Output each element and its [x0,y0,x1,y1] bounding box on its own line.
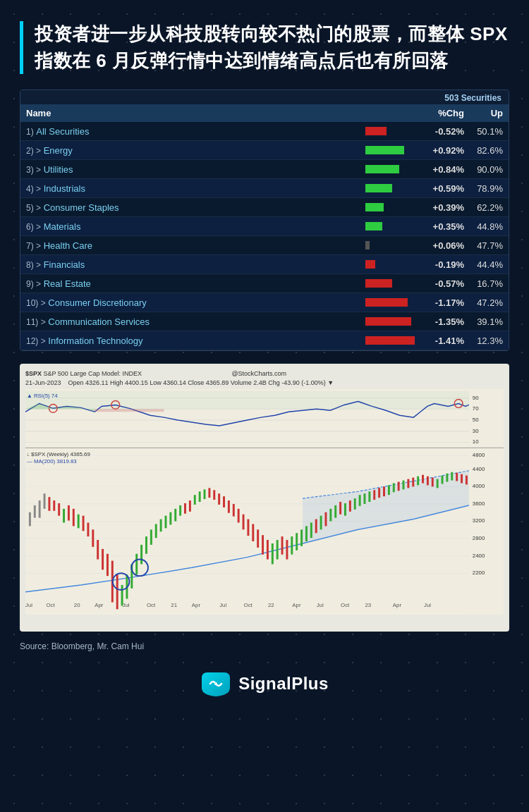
svg-rect-111 [388,485,390,495]
svg-rect-116 [412,477,414,486]
row-pct: -0.19% [420,255,470,274]
row-up: 12.3% [470,331,509,350]
svg-rect-127 [466,475,468,484]
chart-svg: 90 70 50 30 10 ▲ RSI(5) 74 [25,389,504,615]
table-row: 3) > Utilities+0.84%90.0% [20,160,509,179]
row-bar [360,236,420,255]
svg-point-149 [214,682,217,685]
svg-rect-119 [427,476,429,485]
table-row: 10) > Consumer Discretionary-1.17%47.2% [20,293,509,312]
table-row: 5) > Consumer Staples+0.39%62.2% [20,198,509,217]
chart-date-info: 21-Jun-2023 Open 4326.11 High 4400.15 Lo… [25,379,334,386]
row-bar [360,141,420,160]
row-pct: -0.52% [420,122,470,141]
svg-rect-41 [48,497,50,511]
svg-rect-75 [213,490,215,500]
svg-rect-115 [407,479,409,488]
row-name: 9) > Real Estate [20,274,360,293]
table-row: 4) > Industrials+0.59%78.9% [20,179,509,198]
svg-rect-46 [73,508,75,526]
svg-rect-102 [344,503,346,516]
svg-rect-51 [97,540,99,560]
svg-rect-97 [320,515,322,529]
svg-text:70: 70 [473,405,479,412]
svg-rect-99 [329,508,332,521]
svg-rect-113 [398,481,400,491]
svg-text:Jul: Jul [317,602,324,608]
table-row: 1) All Securities-0.52%50.1% [20,122,509,141]
svg-text:Jul: Jul [123,602,130,608]
svg-text:Apr: Apr [292,602,301,608]
row-pct: -1.41% [420,331,470,350]
row-up: 78.9% [470,179,509,198]
svg-rect-126 [461,474,463,483]
svg-text:4000: 4000 [473,483,485,489]
signalplus-logo-text: SignalPlus [238,674,329,694]
row-name: 10) > Consumer Discretionary [20,293,360,312]
svg-rect-125 [456,472,458,481]
footer-logo: SignalPlus [20,664,509,710]
svg-text:Apr: Apr [95,602,104,608]
svg-rect-45 [68,505,70,520]
svg-rect-55 [116,574,118,609]
svg-rect-76 [218,493,220,505]
svg-rect-63 [155,524,157,538]
svg-rect-112 [393,483,395,492]
svg-rect-47 [78,514,80,528]
svg-text:20: 20 [74,602,80,608]
row-pct: +0.35% [420,217,470,236]
svg-text:↓ $SPX (Weekly) 4365.69: ↓ $SPX (Weekly) 4365.69 [27,451,90,457]
table-row: 6) > Materials+0.35%44.8% [20,217,509,236]
table-column-headers: Name %Chg Up [20,104,509,122]
row-pct: -1.35% [420,312,470,331]
svg-rect-73 [204,489,206,499]
svg-rect-62 [150,529,152,545]
row-pct: +0.59% [420,179,470,198]
row-up: 62.2% [470,198,509,217]
svg-text:90: 90 [473,394,479,400]
col-name: Name [20,104,360,122]
row-bar [360,122,420,141]
table-row: 11) > Communication Services-1.35%39.1% [20,312,509,331]
svg-rect-72 [199,491,201,502]
title-section: 投资者进一步从科技股转向较不热门的股票，而整体 SPX 指数在 6 月反弹行情中… [20,21,509,74]
svg-rect-66 [169,512,171,524]
stock-chart: $SPX S&P 500 Large Cap Model: INDEX @Sto… [20,364,509,632]
svg-rect-70 [189,500,191,512]
svg-rect-93 [300,529,303,546]
row-bar [360,293,420,312]
svg-text:3200: 3200 [473,517,485,524]
svg-rect-92 [296,533,298,550]
svg-text:4400: 4400 [473,465,485,472]
svg-rect-106 [364,493,366,504]
table-row: 12) > Information Technology-1.41%12.3% [20,331,509,350]
svg-text:2200: 2200 [473,570,485,576]
svg-rect-38 [34,505,36,517]
svg-rect-101 [339,502,341,515]
row-pct: +0.84% [420,160,470,179]
svg-text:2800: 2800 [473,535,485,541]
row-name: 6) > Materials [20,217,360,236]
row-bar [360,198,420,217]
signalplus-logo-icon [200,671,231,696]
svg-text:▲ RSI(5) 74: ▲ RSI(5) 74 [27,392,58,398]
svg-text:Jul: Jul [424,602,431,608]
svg-rect-71 [194,495,196,505]
svg-rect-64 [160,519,162,531]
row-bar [360,274,420,293]
svg-text:Jul: Jul [25,602,32,608]
svg-rect-65 [165,515,167,528]
svg-rect-82 [247,519,249,536]
svg-text:Oct: Oct [46,602,55,608]
table-row: 8) > Financials-0.19%44.4% [20,255,509,274]
table-header: 503 Securities [20,90,509,104]
row-up: 90.0% [470,160,509,179]
row-pct: +0.06% [420,236,470,255]
svg-rect-83 [252,524,254,541]
svg-text:4800: 4800 [473,452,485,458]
svg-text:3600: 3600 [473,500,485,506]
row-up: 44.8% [470,217,509,236]
svg-rect-78 [228,500,230,513]
row-name: 3) > Utilities [20,160,360,179]
row-bar [360,179,420,198]
